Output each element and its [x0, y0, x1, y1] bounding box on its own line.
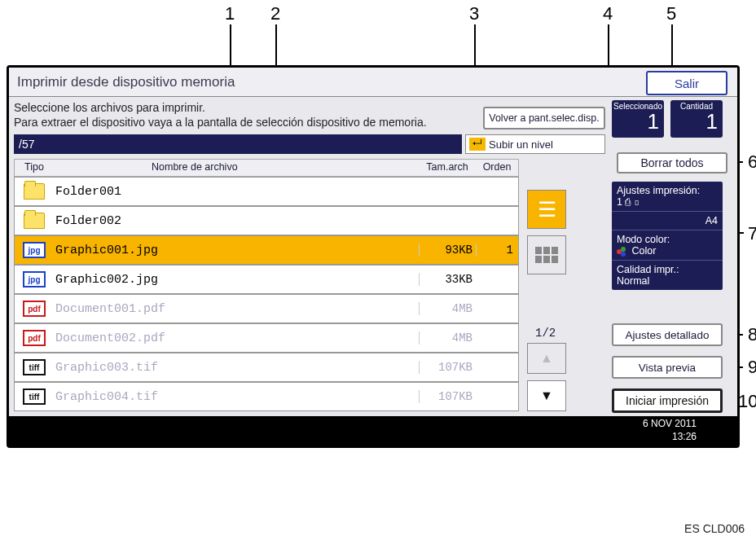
clear-all-button[interactable]: Borrar todos [617, 152, 727, 173]
color-mode-label: Modo color: [617, 234, 670, 245]
col-name: Nombre de archivo [54, 160, 419, 176]
callout-6: 6 [748, 151, 756, 173]
file-row[interactable]: Folder002 [14, 206, 519, 235]
tiff-file-icon: tiff [15, 359, 54, 375]
instructions-line2: Para extraer el dispositivo vaya a la pa… [14, 116, 427, 129]
triangle-up-icon: ▲ [540, 351, 553, 366]
paper-size-block: A4 [612, 212, 723, 230]
print-settings-block: Ajustes impresión: 1 ⎙ ▯ [612, 182, 723, 212]
color-icon [617, 247, 626, 257]
page-title: Imprimir desde dispositivo memoria [17, 74, 235, 90]
quantity-counter-value: 1 [670, 111, 723, 132]
instructions-line1: Seleccione los archivos para imprimir. [14, 101, 205, 114]
file-name: Document001.pdf [54, 302, 419, 316]
print-settings-panel: Ajustes impresión: 1 ⎙ ▯ A4 Modo color: … [612, 182, 723, 290]
print-quality-label: Calidad impr.: [617, 264, 679, 275]
triangle-down-icon: ▼ [540, 388, 553, 403]
page-indicator: 1/2 [535, 327, 556, 340]
instructions-text: Seleccione los archivos para imprimir. P… [14, 100, 470, 129]
callout-3: 3 [469, 3, 479, 24]
col-size: Tam.arch [419, 160, 476, 176]
callout-10: 10 [738, 391, 756, 412]
callout-4: 4 [603, 3, 613, 24]
file-list-header: Tipo Nombre de archivo Tam.arch Orden [14, 159, 519, 177]
selected-counter: Seleccionado 1 [612, 100, 664, 138]
file-size: 93KB [419, 244, 476, 257]
pdf-file-icon: pdf [15, 301, 54, 317]
file-name: Graphic003.tif [54, 361, 419, 375]
selected-counter-value: 1 [612, 111, 664, 132]
device-screen: Imprimir desde dispositivo memoria Salir… [7, 65, 740, 448]
header-bar: Imprimir desde dispositivo memoria [9, 68, 737, 97]
callout-2: 2 [270, 3, 280, 24]
tiff-file-icon: tiff [15, 388, 54, 405]
file-row: tiffGraphic003.tif107KB [14, 353, 519, 382]
file-name: Graphic004.tif [54, 390, 419, 404]
paper-size-value: A4 [705, 215, 718, 226]
current-path: /57 [14, 134, 462, 154]
file-row: pdfDocument001.pdf4MB [14, 294, 519, 323]
up-one-level-button[interactable]: ⮠ Subir un nivel [465, 134, 605, 154]
jpg-file-icon: jpg [15, 271, 54, 287]
file-name: Folder002 [54, 214, 419, 228]
file-row[interactable]: Folder001 [14, 177, 519, 206]
file-name: Folder001 [54, 185, 419, 199]
start-print-button[interactable]: Iniciar impresión [612, 388, 723, 413]
orientation-icon: ⎙ ▯ [625, 196, 639, 208]
file-row[interactable]: jpgGraphic001.jpg93KB1 [14, 235, 519, 265]
list-icon: ☰ [538, 197, 556, 222]
print-settings-label: Ajustes impresión: [617, 185, 700, 196]
file-row: tiffGraphic004.tif107KB [14, 382, 519, 411]
back-to-device-select-button[interactable]: Volver a pant.selec.disp. [483, 107, 605, 129]
document-code: ES CLD006 [684, 522, 745, 535]
callout-8: 8 [748, 324, 756, 345]
up-one-level-label: Subir un nivel [489, 138, 553, 151]
file-name: Graphic002.jpg [54, 273, 419, 287]
print-settings-value: 1 [617, 196, 622, 208]
callout-1: 1 [225, 3, 235, 24]
file-row[interactable]: jpgGraphic002.jpg33KB [14, 265, 519, 294]
grid-icon [535, 247, 558, 263]
page-up-button[interactable]: ▲ [527, 343, 566, 374]
clock-time: 13:26 [672, 431, 697, 442]
view-list-button[interactable]: ☰ [527, 190, 566, 229]
up-level-icon: ⮠ [469, 138, 486, 151]
quantity-counter[interactable]: Cantidad 1 [670, 100, 723, 138]
file-row: pdfDocument002.pdf4MB [14, 323, 519, 353]
col-type: Tipo [15, 160, 54, 176]
folder-icon [15, 213, 54, 229]
jpg-file-icon: jpg [15, 242, 54, 258]
file-size: 107KB [419, 390, 476, 403]
file-order: 1 [476, 244, 518, 257]
callout-5: 5 [666, 3, 676, 24]
file-size: 107KB [419, 361, 476, 374]
detailed-settings-button[interactable]: Ajustes detallado [612, 323, 723, 346]
color-mode-block: Modo color: Color [612, 230, 723, 261]
file-name: Graphic001.jpg [54, 244, 419, 257]
file-size: 33KB [419, 273, 476, 286]
preview-button[interactable]: Vista previa [612, 356, 723, 379]
col-order: Orden [476, 160, 518, 176]
exit-button[interactable]: Salir [646, 71, 727, 95]
pdf-file-icon: pdf [15, 330, 54, 346]
file-size: 4MB [419, 302, 476, 315]
print-quality-value: Normal [617, 275, 649, 287]
file-list: Folder001Folder002jpgGraphic001.jpg93KB1… [14, 177, 519, 411]
view-grid-button[interactable] [527, 235, 566, 274]
color-mode-value: Color [631, 245, 656, 257]
file-name: Document002.pdf [54, 331, 419, 345]
status-clock: 6 NOV 2011 13:26 [9, 416, 737, 445]
callout-7: 7 [748, 223, 756, 244]
clock-date: 6 NOV 2011 [643, 418, 697, 429]
page-down-button[interactable]: ▼ [527, 380, 566, 411]
print-quality-block: Calidad impr.: Normal [612, 261, 723, 290]
folder-icon [15, 183, 54, 200]
file-size: 4MB [419, 331, 476, 345]
callout-9: 9 [748, 357, 756, 378]
